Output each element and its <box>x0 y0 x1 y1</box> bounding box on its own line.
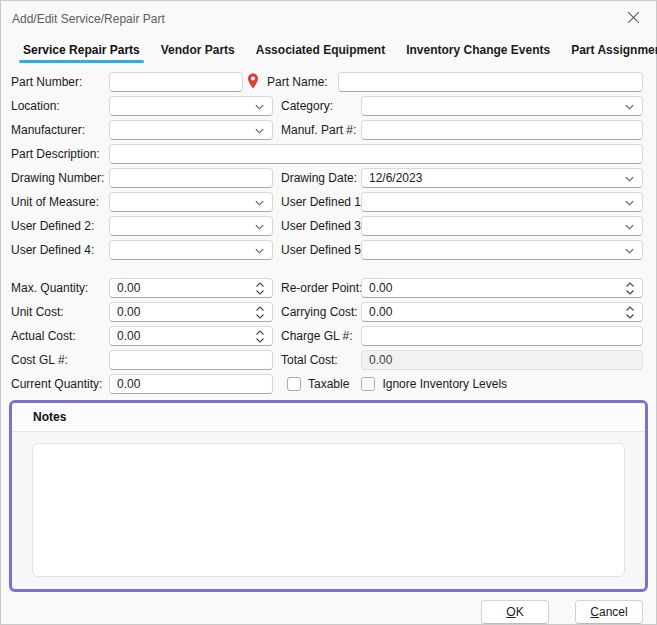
carrying-cost-stepper[interactable]: 0.00 <box>361 302 643 322</box>
row-actualcost-chargegl: Actual Cost: 0.00 Charge GL #: <box>11 326 643 346</box>
part-name-label: Part Name: <box>263 75 338 89</box>
chevron-down-icon <box>254 125 265 136</box>
row-costgl-totalcost: Cost GL #: Total Cost: 0.00 <box>11 350 643 370</box>
category-select[interactable] <box>361 96 643 116</box>
dialog-title: Add/Edit Service/Repair Part <box>12 12 165 26</box>
row-manufacturer-manufpart: Manufacturer: Manuf. Part #: <box>11 120 643 140</box>
carrying-cost-label: Carrying Cost: <box>273 305 361 319</box>
taxable-label: Taxable <box>308 377 349 391</box>
max-quantity-label: Max. Quantity: <box>11 281 109 295</box>
notes-title: Notes <box>12 403 645 432</box>
titlebar: Add/Edit Service/Repair Part <box>1 1 656 31</box>
add-edit-part-dialog: Add/Edit Service/Repair Part Service Rep… <box>0 0 657 625</box>
total-cost-label: Total Cost: <box>273 353 361 367</box>
user-defined-3-select[interactable] <box>361 216 643 236</box>
user-defined-2-select[interactable] <box>109 216 273 236</box>
chevron-down-icon <box>254 221 265 232</box>
row-drawing: Drawing Number: Drawing Date: 12/6/2023 <box>11 168 643 188</box>
notes-textarea[interactable] <box>32 443 625 577</box>
manuf-part-label: Manuf. Part #: <box>273 123 361 137</box>
row-location-category: Location: Category: <box>11 96 643 116</box>
user-defined-3-label: User Defined 3: <box>273 219 361 233</box>
total-cost-field: 0.00 <box>361 350 643 370</box>
spinner-updown-icon <box>625 305 635 320</box>
current-quantity-input[interactable] <box>109 374 273 394</box>
chevron-down-icon <box>254 245 265 256</box>
actual-cost-stepper[interactable]: 0.00 <box>109 326 273 346</box>
chevron-down-icon <box>624 221 635 232</box>
manuf-part-input[interactable] <box>361 120 643 140</box>
chevron-down-icon <box>624 173 635 184</box>
reorder-point-label: Re-order Point: <box>273 281 361 295</box>
ignore-inventory-label: Ignore Inventory Levels <box>382 377 507 391</box>
user-defined-1-label: User Defined 1: <box>273 195 361 209</box>
spinner-updown-icon <box>255 281 265 296</box>
tab-part-assignments[interactable]: Part Assignments <box>569 41 657 65</box>
chevron-down-icon <box>624 197 635 208</box>
user-defined-4-label: User Defined 4: <box>11 243 109 257</box>
part-name-input[interactable] <box>338 72 643 92</box>
notes-body <box>12 432 645 589</box>
chevron-down-icon <box>624 245 635 256</box>
part-description-label: Part Description: <box>11 147 109 161</box>
charge-gl-label: Charge GL #: <box>273 329 361 343</box>
chevron-down-icon <box>624 101 635 112</box>
unit-of-measure-select[interactable] <box>109 192 273 212</box>
tab-vendor-parts[interactable]: Vendor Parts <box>159 41 237 65</box>
drawing-number-input[interactable] <box>109 168 273 188</box>
row-ud2-ud3: User Defined 2: User Defined 3: <box>11 216 643 236</box>
tab-associated-equipment[interactable]: Associated Equipment <box>254 41 387 65</box>
location-pin-icon <box>247 73 259 92</box>
manufacturer-label: Manufacturer: <box>11 123 109 137</box>
spinner-updown-icon <box>255 305 265 320</box>
taxable-checkbox[interactable] <box>287 377 301 391</box>
form-area: Part Number: Part Name: Location: Catego… <box>1 65 656 398</box>
row-uom-ud1: Unit of Measure: User Defined 1: <box>11 192 643 212</box>
drawing-date-select[interactable]: 12/6/2023 <box>361 168 643 188</box>
spinner-updown-icon <box>625 281 635 296</box>
drawing-number-label: Drawing Number: <box>11 171 109 185</box>
user-defined-1-select[interactable] <box>361 192 643 212</box>
tab-bar: Service Repair Parts Vendor Parts Associ… <box>1 31 656 65</box>
part-number-input[interactable] <box>109 72 243 92</box>
actual-cost-label: Actual Cost: <box>11 329 109 343</box>
user-defined-5-label: User Defined 5: <box>273 243 361 257</box>
chevron-down-icon <box>254 101 265 112</box>
part-number-label: Part Number: <box>11 75 109 89</box>
reorder-point-stepper[interactable]: 0.00 <box>361 278 643 298</box>
close-button[interactable] <box>622 9 644 29</box>
user-defined-2-label: User Defined 2: <box>11 219 109 233</box>
cost-gl-label: Cost GL #: <box>11 353 109 367</box>
drawing-date-label: Drawing Date: <box>273 171 361 185</box>
spinner-updown-icon <box>255 329 265 344</box>
section-gap <box>11 264 643 278</box>
row-ud4-ud5: User Defined 4: User Defined 5: <box>11 240 643 260</box>
category-label: Category: <box>273 99 361 113</box>
location-select[interactable] <box>109 96 273 116</box>
row-currentqty-checkboxes: Current Quantity: Taxable Ignore Invento… <box>11 374 643 394</box>
footer: OK Cancel <box>1 592 656 624</box>
current-quantity-label: Current Quantity: <box>11 377 109 391</box>
row-part-description: Part Description: <box>11 144 643 164</box>
part-description-input[interactable] <box>109 144 643 164</box>
unit-of-measure-label: Unit of Measure: <box>11 195 109 209</box>
ignore-inventory-checkbox[interactable] <box>361 377 375 391</box>
manufacturer-select[interactable] <box>109 120 273 140</box>
max-quantity-stepper[interactable]: 0.00 <box>109 278 273 298</box>
tab-service-repair-parts[interactable]: Service Repair Parts <box>21 41 142 65</box>
user-defined-5-select[interactable] <box>361 240 643 260</box>
location-label: Location: <box>11 99 109 113</box>
charge-gl-input[interactable] <box>361 326 643 346</box>
chevron-down-icon <box>254 197 265 208</box>
notes-group: Notes <box>9 400 648 592</box>
close-icon <box>627 11 640 27</box>
user-defined-4-select[interactable] <box>109 240 273 260</box>
cost-gl-input[interactable] <box>109 350 273 370</box>
row-maxqty-reorder: Max. Quantity: 0.00 Re-order Point: 0.00 <box>11 278 643 298</box>
location-pin-button[interactable] <box>243 73 263 92</box>
tab-inventory-change-events[interactable]: Inventory Change Events <box>404 41 552 65</box>
row-unitcost-carrying: Unit Cost: 0.00 Carrying Cost: 0.00 <box>11 302 643 322</box>
cancel-button[interactable]: Cancel <box>575 600 643 624</box>
ok-button[interactable]: OK <box>481 600 549 624</box>
unit-cost-stepper[interactable]: 0.00 <box>109 302 273 322</box>
